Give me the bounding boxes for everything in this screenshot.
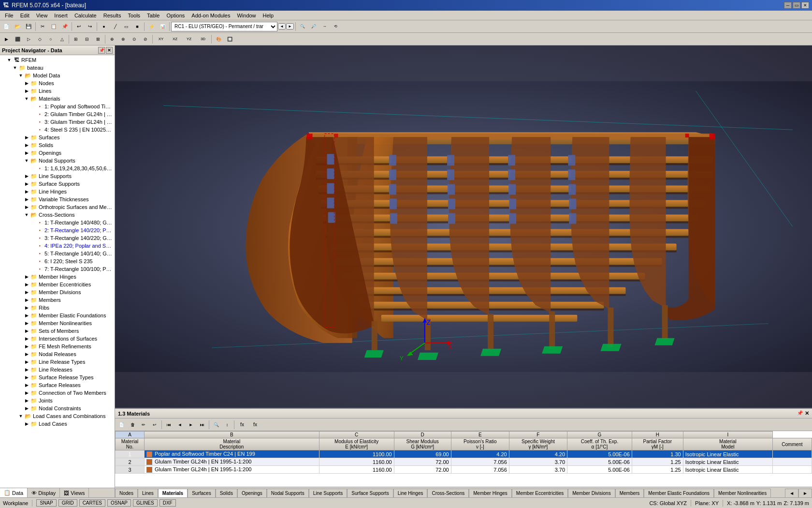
tree-item-materials[interactable]: ▼ 📂 Materials (0, 95, 115, 103)
tb2-view-xz[interactable]: XZ (168, 34, 182, 45)
tree-item-surface-releases[interactable]: ▶ 📁 Surface Releases (0, 381, 115, 389)
tb-line[interactable]: ╱ (110, 21, 120, 32)
tb2-btn1[interactable]: ▶ (1, 34, 12, 45)
tree-item-solids[interactable]: ▶ 📁 Solids (0, 141, 115, 149)
tb-surface[interactable]: ▭ (121, 21, 131, 32)
tree-item-model-data[interactable]: ▼ 📂 Model Data (0, 72, 115, 79)
close-button[interactable]: ✕ (801, 2, 809, 9)
tb-undo[interactable]: ↩ (73, 21, 84, 32)
tbl-new-row[interactable]: 📄 (116, 419, 127, 430)
cell-row2-gamma[interactable]: 3.70 (509, 458, 567, 466)
tab-materials[interactable]: Materials (158, 489, 188, 497)
tree-item-members[interactable]: ▶ 📁 Members (0, 296, 115, 304)
tb2-btn3[interactable]: ▷ (23, 34, 34, 45)
nav-pin[interactable]: 📌 (98, 47, 105, 54)
cell-row3-e[interactable]: 1160.00 (319, 466, 394, 474)
cell-row1-desc[interactable]: Poplar and Softwood Timber C24 | EN 199 (145, 450, 319, 458)
tb-calc[interactable]: ⚡ (146, 21, 157, 32)
tree-item-line-release-types[interactable]: ▶ 📁 Line Release Types (0, 358, 115, 366)
tb-view4[interactable]: ⟲ (331, 21, 341, 32)
tab-member-elastic-foundations[interactable]: Member Elastic Foundations (644, 489, 714, 497)
table-row-2[interactable]: 2 Glulam Timber GL24h | EN 1995-1-1:200 … (116, 458, 812, 466)
tree-item-fe-mesh[interactable]: ▶ 📁 FE Mesh Refinements (0, 343, 115, 350)
viewport[interactable]: Z X Y (115, 45, 812, 408)
table-content[interactable]: A B C D E F G H I MaterialNo. Mate (115, 431, 812, 487)
grid-pill[interactable]: GRID (58, 499, 77, 507)
restore-button[interactable]: ▭ (793, 2, 800, 9)
tree-item-surfaces[interactable]: ▶ 📁 Surfaces (0, 134, 115, 141)
tree-item-sets-of-members[interactable]: ▶ 📁 Sets of Members (0, 327, 115, 335)
cell-row1-nu[interactable]: 4.20 (451, 450, 509, 458)
cell-row3-gamma[interactable]: 3.70 (509, 466, 567, 474)
tree-item-mat4[interactable]: ▶ ▪ 4: Steel S 235 | EN 10025-2:2004 (0, 126, 115, 134)
menu-file[interactable]: File (2, 12, 16, 19)
tree-item-surface-release-types[interactable]: ▶ 📁 Surface Release Types (0, 374, 115, 381)
cell-row1-g[interactable]: 69.00 (394, 450, 451, 458)
menu-options[interactable]: Options (163, 12, 188, 19)
tree-item-member-elastic-foundations[interactable]: ▶ 📁 Member Elastic Foundations (0, 312, 115, 319)
menu-insert[interactable]: Insert (51, 12, 71, 19)
tbl-next[interactable]: ► (186, 419, 196, 430)
tbl-prev[interactable]: ◄ (174, 419, 185, 430)
tab-solids[interactable]: Solids (216, 489, 237, 497)
tree-item-openings[interactable]: ▶ 📁 Openings (0, 149, 115, 157)
tree-item-cross-sections[interactable]: ▼ 📂 Cross-Sections (0, 211, 115, 219)
tb2-render[interactable]: 🎨 (213, 34, 224, 45)
tree-item-surface-supports[interactable]: ▶ 📁 Surface Supports (0, 180, 115, 188)
tb2-btn8[interactable]: ⊟ (82, 34, 92, 45)
tbl-first[interactable]: ⏮ (163, 419, 174, 430)
cell-row3-gammaM[interactable]: 1.25 (632, 466, 683, 474)
nav-tab-data[interactable]: 📋 Data (0, 488, 28, 497)
tb2-btn2[interactable]: ⬛ (12, 34, 23, 45)
prev-load-case[interactable]: ◄ (278, 23, 286, 30)
tree-item-line-supports[interactable]: ▶ 📁 Line Supports (0, 172, 115, 180)
tab-surfaces[interactable]: Surfaces (188, 489, 215, 497)
tbl-fx[interactable]: fx (236, 419, 248, 430)
tb-node[interactable]: ● (99, 21, 109, 32)
tree-item-nodal-constraints[interactable]: ▶ 📁 Nodal Constraints (0, 404, 115, 412)
tree-item-cs4[interactable]: ▶ ▪ 4: IPEa 220; Poplar and Softwo (0, 242, 115, 250)
nav-tab-display[interactable]: 👁 Display (28, 488, 60, 497)
tbl-filter[interactable]: 🔍 (211, 419, 221, 430)
cell-row3-model[interactable]: Isotropic Linear Elastic (683, 466, 772, 474)
tab-nodal-supports[interactable]: Nodal Supports (267, 489, 309, 497)
tree-item-cs5[interactable]: ▶ ▪ 5: T-Rectangle 140/140; Glula (0, 250, 115, 257)
tree-item-mat3[interactable]: ▶ ▪ 3: Glulam Timber GL24h | EN 1 (0, 118, 115, 126)
cell-row1-e[interactable]: 1100.00 (319, 450, 394, 458)
tb-redo[interactable]: ↪ (85, 21, 95, 32)
cartes-pill[interactable]: CARTES (79, 499, 105, 507)
glines-pill[interactable]: GLINES (133, 499, 158, 507)
menu-tools[interactable]: Tools (125, 12, 143, 19)
tab-line-supports[interactable]: Line Supports (309, 489, 348, 497)
tab-cross-sections[interactable]: Cross-Sections (427, 489, 469, 497)
tb2-view-yz[interactable]: YZ (182, 34, 196, 45)
dxf-pill[interactable]: DXF (160, 499, 176, 507)
table-close-icon[interactable]: ✕ (805, 410, 809, 417)
load-case-selector[interactable]: RC1 - ELU (STR/GEO) - Permanent / trar (171, 22, 277, 31)
tree-item-mat2[interactable]: ▶ ▪ 2: Glulam Timber GL24h | EN 1 (0, 110, 115, 118)
tree-item-rfem[interactable]: ▼ 🏗 RFEM (0, 56, 115, 64)
cell-row2-gammaM[interactable]: 1.25 (632, 458, 683, 466)
table-row-3[interactable]: 3 Glulam Timber GL24h | EN 1995-1-1:200 … (116, 466, 812, 474)
tb2-snap3[interactable]: ⊙ (129, 34, 140, 45)
tab-lines[interactable]: Lines (138, 489, 158, 497)
tree-item-nodal-releases[interactable]: ▶ 📁 Nodal Releases (0, 350, 115, 358)
cell-row1-model[interactable]: Isotropic Linear Elastic (683, 450, 772, 458)
menu-results[interactable]: Results (101, 12, 124, 19)
cell-row2-g[interactable]: 72.00 (394, 458, 451, 466)
cell-row1-alpha[interactable]: 5.00E-06 (567, 450, 632, 458)
cell-row2-comment[interactable] (772, 458, 812, 466)
tab-member-hinges[interactable]: Member Hinges (469, 489, 512, 497)
tree-item-nodal-supports[interactable]: ▼ 📂 Nodal Supports (0, 157, 115, 164)
cell-row1-comment[interactable] (772, 450, 812, 458)
tb2-view-xy[interactable]: XY (154, 34, 168, 45)
tb-cut[interactable]: ✂ (37, 21, 48, 32)
window-controls[interactable]: ─ ▭ ✕ (784, 2, 809, 9)
tab-members[interactable]: Members (615, 489, 644, 497)
tab-member-nonlinearities[interactable]: Member Nonlinearities (714, 489, 771, 497)
tb2-view-3d[interactable]: 3D (196, 34, 210, 45)
tree-item-bateau[interactable]: ▼ 📁 bateau (0, 64, 115, 72)
tree-item-line-releases[interactable]: ▶ 📁 Line Releases (0, 366, 115, 374)
tb2-btn4[interactable]: ◇ (34, 34, 45, 45)
osnap-pill[interactable]: OSNAP (107, 499, 131, 507)
